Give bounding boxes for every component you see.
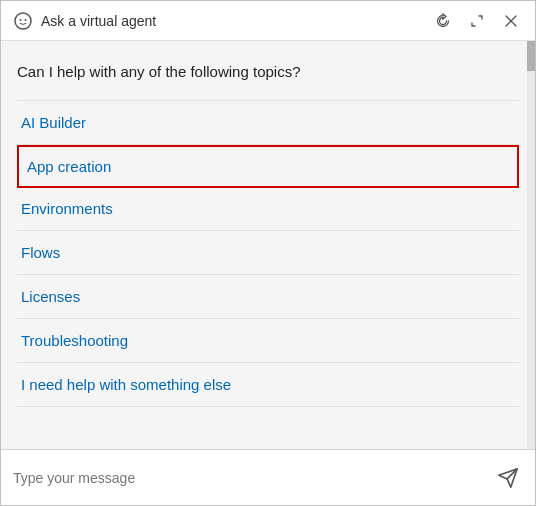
topic-link-flows[interactable]: Flows: [17, 244, 519, 261]
refresh-button[interactable]: [431, 9, 455, 33]
scrollbar-thumb[interactable]: [527, 41, 535, 71]
title-bar-left: Ask a virtual agent: [13, 11, 156, 31]
topic-link-ai-builder[interactable]: AI Builder: [17, 114, 519, 131]
chat-area: Can I help with any of the following top…: [1, 41, 535, 449]
topic-item-troubleshooting[interactable]: Troubleshooting: [17, 319, 519, 363]
topic-item-licenses[interactable]: Licenses: [17, 275, 519, 319]
topic-link-troubleshooting[interactable]: Troubleshooting: [17, 332, 519, 349]
topic-link-app-creation[interactable]: App creation: [23, 158, 511, 175]
window-title: Ask a virtual agent: [41, 13, 156, 29]
svg-point-2: [25, 19, 27, 21]
title-bar-controls: [431, 9, 523, 33]
topic-item-flows[interactable]: Flows: [17, 231, 519, 275]
topic-item-ai-builder[interactable]: AI Builder: [17, 100, 519, 145]
chat-window: Ask a virtual agent Can I help: [0, 0, 536, 506]
chat-question: Can I help with any of the following top…: [17, 61, 519, 82]
svg-point-1: [20, 19, 22, 21]
topic-item-something-else[interactable]: I need help with something else: [17, 363, 519, 407]
message-input[interactable]: [13, 470, 485, 486]
topic-link-something-else[interactable]: I need help with something else: [17, 376, 519, 393]
topic-list: AI BuilderApp creationEnvironmentsFlowsL…: [17, 100, 519, 407]
close-button[interactable]: [499, 9, 523, 33]
input-area: [1, 449, 535, 505]
bot-icon: [13, 11, 33, 31]
topic-link-licenses[interactable]: Licenses: [17, 288, 519, 305]
svg-point-0: [15, 13, 31, 29]
expand-button[interactable]: [465, 9, 489, 33]
topic-link-environments[interactable]: Environments: [17, 200, 519, 217]
topic-item-environments[interactable]: Environments: [17, 187, 519, 231]
topic-item-app-creation[interactable]: App creation: [17, 145, 519, 188]
send-button[interactable]: [493, 463, 523, 493]
title-bar: Ask a virtual agent: [1, 1, 535, 41]
scrollbar-track[interactable]: [527, 41, 535, 449]
